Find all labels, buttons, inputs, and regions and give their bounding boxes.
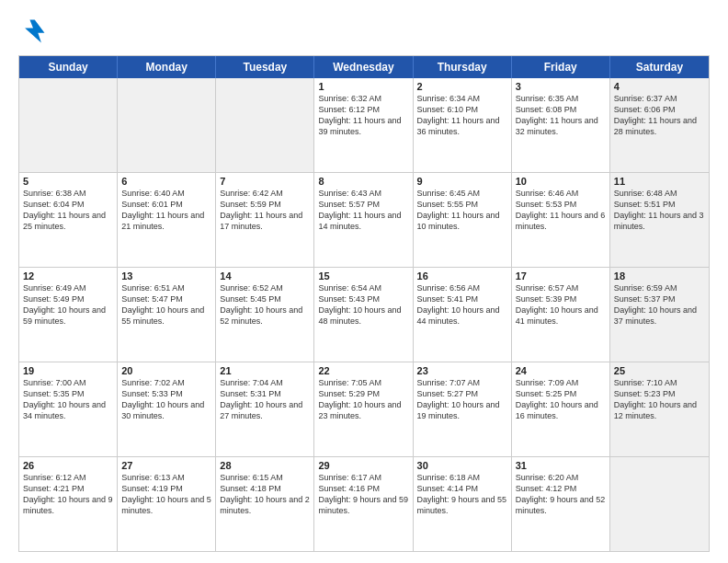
cell-info: Sunrise: 6:17 AM Sunset: 4:16 PM Dayligh… [318, 472, 408, 517]
cell-info: Sunrise: 6:49 AM Sunset: 5:49 PM Dayligh… [23, 282, 113, 327]
calendar-body: 1Sunrise: 6:32 AM Sunset: 6:12 PM Daylig… [19, 78, 709, 551]
cell-info: Sunrise: 7:05 AM Sunset: 5:29 PM Dayligh… [318, 377, 408, 422]
header-cell-sunday: Sunday [19, 56, 118, 78]
cell-info: Sunrise: 6:40 AM Sunset: 6:01 PM Dayligh… [121, 188, 211, 233]
cell-info: Sunrise: 6:32 AM Sunset: 6:12 PM Dayligh… [318, 93, 408, 138]
day-number: 1 [318, 81, 408, 92]
cell-info: Sunrise: 6:46 AM Sunset: 5:53 PM Dayligh… [516, 188, 606, 233]
calendar-cell: 29Sunrise: 6:17 AM Sunset: 4:16 PM Dayli… [314, 457, 413, 551]
day-number: 27 [121, 460, 211, 471]
cell-info: Sunrise: 6:37 AM Sunset: 6:06 PM Dayligh… [614, 93, 705, 138]
calendar-cell: 18Sunrise: 6:59 AM Sunset: 5:37 PM Dayli… [610, 268, 709, 362]
day-number: 10 [516, 176, 606, 187]
header-cell-thursday: Thursday [414, 56, 512, 78]
day-number: 26 [23, 460, 113, 471]
calendar: SundayMondayTuesdayWednesdayThursdayFrid… [18, 55, 710, 552]
page: SundayMondayTuesdayWednesdayThursdayFrid… [0, 0, 728, 563]
calendar-cell: 31Sunrise: 6:20 AM Sunset: 4:12 PM Dayli… [512, 457, 610, 551]
day-number: 30 [417, 460, 507, 471]
calendar-cell [19, 78, 118, 172]
cell-info: Sunrise: 6:48 AM Sunset: 5:51 PM Dayligh… [614, 188, 705, 233]
cell-info: Sunrise: 6:18 AM Sunset: 4:14 PM Dayligh… [417, 472, 507, 517]
cell-info: Sunrise: 6:52 AM Sunset: 5:45 PM Dayligh… [220, 282, 310, 327]
logo [18, 17, 53, 46]
day-number: 28 [220, 460, 310, 471]
calendar-cell: 23Sunrise: 7:07 AM Sunset: 5:27 PM Dayli… [414, 362, 512, 456]
calendar-cell: 1Sunrise: 6:32 AM Sunset: 6:12 PM Daylig… [314, 78, 413, 172]
calendar-row-0: 1Sunrise: 6:32 AM Sunset: 6:12 PM Daylig… [19, 78, 709, 173]
calendar-cell: 11Sunrise: 6:48 AM Sunset: 5:51 PM Dayli… [610, 173, 709, 267]
cell-info: Sunrise: 7:02 AM Sunset: 5:33 PM Dayligh… [121, 377, 211, 422]
calendar-row-3: 19Sunrise: 7:00 AM Sunset: 5:35 PM Dayli… [19, 362, 709, 457]
calendar-cell: 13Sunrise: 6:51 AM Sunset: 5:47 PM Dayli… [118, 268, 216, 362]
day-number: 31 [516, 460, 606, 471]
day-number: 18 [614, 270, 705, 282]
calendar-cell: 27Sunrise: 6:13 AM Sunset: 4:19 PM Dayli… [118, 457, 216, 551]
cell-info: Sunrise: 6:54 AM Sunset: 5:43 PM Dayligh… [318, 282, 408, 327]
day-number: 7 [220, 176, 310, 187]
svg-marker-0 [25, 20, 44, 43]
calendar-cell: 30Sunrise: 6:18 AM Sunset: 4:14 PM Dayli… [414, 457, 512, 551]
calendar-cell: 14Sunrise: 6:52 AM Sunset: 5:45 PM Dayli… [216, 268, 314, 362]
cell-info: Sunrise: 6:57 AM Sunset: 5:39 PM Dayligh… [516, 282, 606, 327]
day-number: 2 [417, 81, 507, 92]
day-number: 9 [417, 176, 507, 187]
day-number: 5 [23, 176, 113, 187]
calendar-cell: 8Sunrise: 6:43 AM Sunset: 5:57 PM Daylig… [314, 173, 413, 267]
day-number: 14 [220, 270, 310, 282]
calendar-header-row: SundayMondayTuesdayWednesdayThursdayFrid… [19, 56, 709, 78]
calendar-cell: 24Sunrise: 7:09 AM Sunset: 5:25 PM Dayli… [512, 362, 610, 456]
cell-info: Sunrise: 6:15 AM Sunset: 4:18 PM Dayligh… [220, 472, 310, 517]
calendar-cell [610, 457, 709, 551]
cell-info: Sunrise: 6:56 AM Sunset: 5:41 PM Dayligh… [417, 282, 507, 327]
day-number: 24 [516, 365, 606, 376]
day-number: 3 [516, 81, 606, 92]
cell-info: Sunrise: 7:00 AM Sunset: 5:35 PM Dayligh… [23, 377, 113, 422]
calendar-cell: 12Sunrise: 6:49 AM Sunset: 5:49 PM Dayli… [19, 268, 118, 362]
calendar-cell: 22Sunrise: 7:05 AM Sunset: 5:29 PM Dayli… [314, 362, 413, 456]
calendar-cell: 25Sunrise: 7:10 AM Sunset: 5:23 PM Dayli… [610, 362, 709, 456]
cell-info: Sunrise: 7:04 AM Sunset: 5:31 PM Dayligh… [220, 377, 310, 422]
cell-info: Sunrise: 6:43 AM Sunset: 5:57 PM Dayligh… [318, 188, 408, 233]
cell-info: Sunrise: 6:45 AM Sunset: 5:55 PM Dayligh… [417, 188, 507, 233]
day-number: 16 [417, 270, 507, 282]
day-number: 8 [318, 176, 408, 187]
day-number: 25 [614, 365, 705, 376]
day-number: 17 [516, 270, 606, 282]
day-number: 4 [614, 81, 705, 92]
day-number: 6 [121, 176, 211, 187]
calendar-row-1: 5Sunrise: 6:38 AM Sunset: 6:04 PM Daylig… [19, 173, 709, 268]
day-number: 23 [417, 365, 507, 376]
calendar-cell: 9Sunrise: 6:45 AM Sunset: 5:55 PM Daylig… [414, 173, 512, 267]
header-cell-monday: Monday [118, 56, 216, 78]
cell-info: Sunrise: 6:38 AM Sunset: 6:04 PM Dayligh… [23, 188, 113, 233]
cell-info: Sunrise: 6:42 AM Sunset: 5:59 PM Dayligh… [220, 188, 310, 233]
calendar-cell: 26Sunrise: 6:12 AM Sunset: 4:21 PM Dayli… [19, 457, 118, 551]
calendar-cell: 17Sunrise: 6:57 AM Sunset: 5:39 PM Dayli… [512, 268, 610, 362]
cell-info: Sunrise: 6:34 AM Sunset: 6:10 PM Dayligh… [417, 93, 507, 138]
header-cell-saturday: Saturday [610, 56, 709, 78]
calendar-cell: 5Sunrise: 6:38 AM Sunset: 6:04 PM Daylig… [19, 173, 118, 267]
cell-info: Sunrise: 6:35 AM Sunset: 6:08 PM Dayligh… [516, 93, 606, 138]
cell-info: Sunrise: 6:13 AM Sunset: 4:19 PM Dayligh… [121, 472, 211, 517]
calendar-cell: 10Sunrise: 6:46 AM Sunset: 5:53 PM Dayli… [512, 173, 610, 267]
day-number: 12 [23, 270, 113, 282]
cell-info: Sunrise: 6:20 AM Sunset: 4:12 PM Dayligh… [516, 472, 606, 517]
cell-info: Sunrise: 6:59 AM Sunset: 5:37 PM Dayligh… [614, 282, 705, 327]
day-number: 15 [318, 270, 408, 282]
day-number: 29 [318, 460, 408, 471]
header-cell-wednesday: Wednesday [314, 56, 413, 78]
calendar-cell: 7Sunrise: 6:42 AM Sunset: 5:59 PM Daylig… [216, 173, 314, 267]
day-number: 20 [121, 365, 211, 376]
cell-info: Sunrise: 7:09 AM Sunset: 5:25 PM Dayligh… [516, 377, 606, 422]
calendar-row-4: 26Sunrise: 6:12 AM Sunset: 4:21 PM Dayli… [19, 457, 709, 551]
header [18, 17, 710, 46]
cell-info: Sunrise: 6:12 AM Sunset: 4:21 PM Dayligh… [23, 472, 113, 517]
cell-info: Sunrise: 6:51 AM Sunset: 5:47 PM Dayligh… [121, 282, 211, 327]
calendar-cell [216, 78, 314, 172]
header-cell-friday: Friday [512, 56, 610, 78]
calendar-cell: 19Sunrise: 7:00 AM Sunset: 5:35 PM Dayli… [19, 362, 118, 456]
calendar-cell: 2Sunrise: 6:34 AM Sunset: 6:10 PM Daylig… [414, 78, 512, 172]
calendar-cell: 16Sunrise: 6:56 AM Sunset: 5:41 PM Dayli… [414, 268, 512, 362]
cell-info: Sunrise: 7:10 AM Sunset: 5:23 PM Dayligh… [614, 377, 705, 422]
